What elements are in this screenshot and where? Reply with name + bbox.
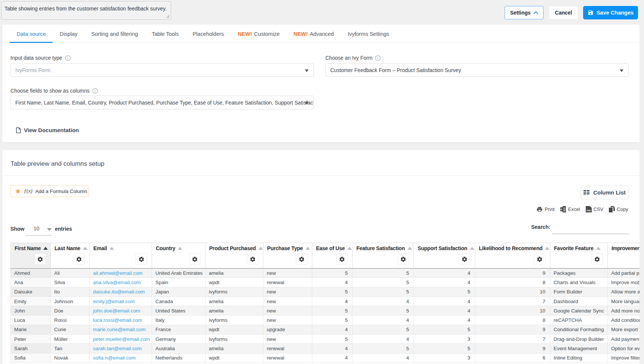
svg-text:csv: csv bbox=[586, 209, 591, 212]
